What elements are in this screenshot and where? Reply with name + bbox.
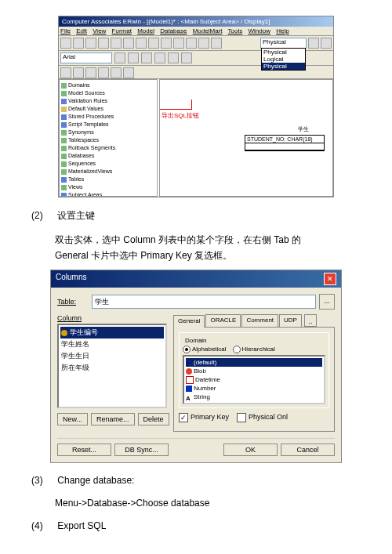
tb-undo-icon[interactable] bbox=[148, 38, 159, 49]
font-select[interactable]: Arial bbox=[60, 53, 112, 63]
tb-shape4-icon[interactable] bbox=[98, 67, 109, 78]
view-opt-logical[interactable]: Logical bbox=[262, 56, 305, 63]
columns-dialog: Columns ✕ Table: 学生 ... Column 学生编号 学生姓名… bbox=[50, 270, 342, 463]
step-num: (2) bbox=[31, 210, 55, 221]
tab-general[interactable]: General bbox=[173, 315, 205, 328]
tb-shape1-icon[interactable] bbox=[60, 67, 71, 78]
tb-print-icon[interactable] bbox=[98, 38, 109, 49]
view-mode-dropdown[interactable]: Physical Physical Logical Physical bbox=[260, 38, 307, 49]
column-item[interactable]: 学生生日 bbox=[60, 350, 164, 362]
tree-item: Script Templates bbox=[61, 121, 155, 129]
step-num: (4) bbox=[31, 520, 55, 531]
menu-model[interactable]: Model bbox=[137, 27, 154, 34]
radio-alphabetical[interactable]: Alphabetical bbox=[183, 346, 227, 353]
dbsync-button[interactable]: DB Sync... bbox=[114, 444, 169, 456]
tree-item: Subject Areas bbox=[61, 191, 155, 197]
tb-color2-icon[interactable] bbox=[168, 53, 179, 63]
delete-button[interactable]: Delete bbox=[138, 413, 169, 425]
tb-open-icon[interactable] bbox=[73, 38, 84, 49]
tb-cut-icon[interactable] bbox=[111, 38, 122, 49]
datetime-icon bbox=[186, 376, 194, 384]
step-num: (3) bbox=[31, 475, 55, 486]
tb-redo-icon[interactable] bbox=[161, 38, 172, 49]
folder-icon bbox=[61, 107, 67, 112]
domain-list[interactable]: ?(default) Blob Datetime Number AString bbox=[183, 355, 325, 404]
tab-udp[interactable]: UDP bbox=[279, 314, 302, 327]
tb-zoom-icon[interactable] bbox=[173, 38, 184, 49]
primary-key-checkbox[interactable]: ✓Primary Key bbox=[179, 413, 229, 421]
close-icon[interactable]: ✕ bbox=[324, 273, 336, 285]
new-button[interactable]: New... bbox=[57, 413, 88, 425]
column-item[interactable]: 所在年级 bbox=[60, 362, 164, 374]
tb-bold-icon[interactable] bbox=[114, 53, 125, 63]
tb-misc1-icon[interactable] bbox=[308, 38, 319, 49]
tree-item: Tables bbox=[61, 176, 155, 183]
ok-button[interactable]: OK bbox=[223, 444, 278, 456]
menu-tools[interactable]: Tools bbox=[228, 27, 243, 34]
table-label: Table: bbox=[57, 298, 89, 306]
step-2: (2) 设置主键 bbox=[31, 209, 361, 223]
tb-under-icon[interactable] bbox=[141, 53, 152, 63]
tree-item: Sequences bbox=[61, 160, 155, 168]
string-icon: A bbox=[186, 394, 192, 400]
view-opt-physical[interactable]: Physical bbox=[262, 49, 305, 56]
key-icon bbox=[61, 330, 67, 336]
tb-misc2-icon[interactable] bbox=[321, 38, 332, 49]
tb-color3-icon[interactable] bbox=[181, 53, 192, 63]
table-row: Table: 学生 ... bbox=[57, 294, 335, 310]
tb-fit-icon[interactable] bbox=[198, 38, 209, 49]
model-tree[interactable]: Domains Model Sources Validation Rules D… bbox=[59, 79, 158, 197]
cancel-button[interactable]: Cancel bbox=[281, 444, 335, 456]
tab-oracle[interactable]: ORACLE bbox=[205, 314, 241, 327]
tb-shape3-icon[interactable] bbox=[85, 67, 96, 78]
tb-paste-icon[interactable] bbox=[136, 38, 147, 49]
menu-window[interactable]: Window bbox=[248, 27, 270, 34]
tree-item: Validation Rules bbox=[61, 97, 155, 105]
domain-item: Number bbox=[186, 384, 322, 393]
tab-comment[interactable]: Comment bbox=[241, 314, 278, 327]
tb-italic-icon[interactable] bbox=[128, 53, 139, 63]
tb-color1-icon[interactable] bbox=[154, 53, 165, 63]
reset-button[interactable]: Reset... bbox=[57, 444, 111, 456]
menu-modelmart[interactable]: ModelMart bbox=[193, 27, 223, 34]
tab-more-button[interactable]: .. bbox=[304, 314, 317, 327]
step-3-para: Menu->Database->Choose database bbox=[55, 495, 337, 511]
menu-edit[interactable]: Edit bbox=[76, 27, 87, 34]
tb-shape6-icon[interactable] bbox=[123, 67, 134, 78]
menu-database[interactable]: Database bbox=[160, 27, 187, 34]
entity-table[interactable]: STUDENT_NO: CHAR(18) bbox=[245, 135, 325, 151]
folder-icon bbox=[61, 122, 67, 128]
table-browse-button[interactable]: ... bbox=[319, 294, 335, 310]
radio-hierarchical[interactable]: Hierarchical bbox=[233, 346, 275, 353]
folder-icon bbox=[61, 130, 67, 136]
folder-icon bbox=[61, 185, 67, 190]
menu-help[interactable]: Help bbox=[276, 27, 289, 34]
tree-item: Default Values bbox=[61, 105, 155, 113]
physical-only-checkbox[interactable]: Physical Onl bbox=[237, 413, 288, 421]
folder-icon bbox=[61, 138, 67, 143]
tb-shape2-icon[interactable] bbox=[73, 67, 84, 78]
erwin-window: Computer Associates ERwin - [(Model1)* :… bbox=[58, 16, 334, 197]
column-item[interactable]: 学生姓名 bbox=[60, 339, 164, 350]
canvas[interactable]: 导出SQL按钮 学生 STUDENT_NO: CHAR(18) bbox=[159, 79, 333, 197]
tb-shape5-icon[interactable] bbox=[111, 67, 122, 78]
menu-file[interactable]: File bbox=[60, 27, 71, 34]
column-list[interactable]: 学生编号 学生姓名 学生生日 所在年级 bbox=[57, 324, 167, 408]
tb-zoomout-icon[interactable] bbox=[186, 38, 197, 49]
tree-item: Tablespaces bbox=[61, 136, 155, 144]
column-label: Column bbox=[57, 314, 167, 322]
checkbox-icon: ✓ bbox=[179, 413, 188, 422]
tb-new-icon[interactable] bbox=[60, 38, 71, 49]
view-opt-physical2[interactable]: Physical bbox=[262, 63, 305, 70]
menu-format[interactable]: Format bbox=[112, 27, 132, 34]
dialog-title: Columns bbox=[56, 273, 86, 285]
blob-icon bbox=[186, 368, 192, 375]
tb-copy-icon[interactable] bbox=[123, 38, 134, 49]
tb-sql-icon[interactable] bbox=[211, 38, 222, 49]
view-mode-list: Physical Logical Physical bbox=[261, 48, 306, 71]
tb-save-icon[interactable] bbox=[85, 38, 96, 49]
step-title: 设置主键 bbox=[57, 210, 95, 221]
rename-button[interactable]: Rename... bbox=[91, 413, 135, 425]
menu-view[interactable]: View bbox=[93, 27, 106, 34]
table-input[interactable]: 学生 bbox=[92, 295, 316, 309]
